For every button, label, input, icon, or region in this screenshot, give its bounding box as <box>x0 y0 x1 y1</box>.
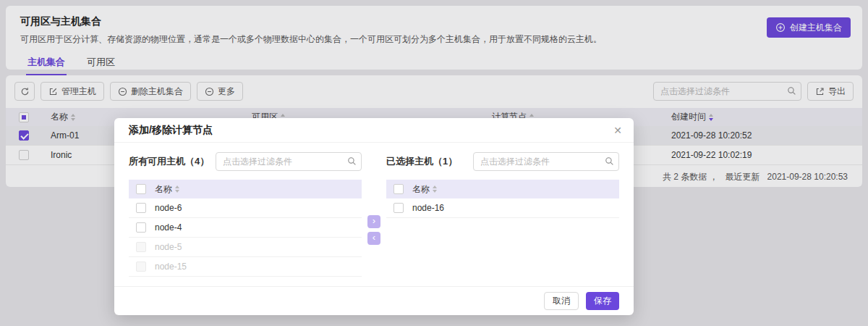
move-right-button[interactable]: › <box>367 215 380 228</box>
modal-header: 添加/移除计算节点 ✕ <box>114 118 634 143</box>
select-all-checkbox[interactable] <box>136 184 146 194</box>
list-item-disabled: node-5 <box>129 238 362 257</box>
list-item[interactable]: node-4 <box>129 218 362 238</box>
close-icon[interactable]: ✕ <box>613 125 622 135</box>
selected-hosts-label: 已选择主机（1） <box>386 155 457 168</box>
chevron-right-icon: › <box>373 215 375 227</box>
sort-icon <box>175 185 179 193</box>
item-name: node-15 <box>155 262 187 272</box>
item-name: node-6 <box>155 203 182 213</box>
list-item[interactable]: node-6 <box>129 198 362 218</box>
item-name: node-16 <box>412 203 444 213</box>
sort-icon <box>433 185 437 193</box>
select-all-checkbox[interactable] <box>393 184 404 194</box>
item-checkbox[interactable] <box>136 222 146 233</box>
item-checkbox <box>136 262 146 272</box>
move-left-button[interactable]: ‹ <box>367 232 380 245</box>
available-filter-input[interactable] <box>216 152 362 171</box>
item-name: node-5 <box>155 242 182 252</box>
column-header-name[interactable]: 名称 <box>412 183 437 196</box>
list-item-disabled: node-15 <box>129 257 362 277</box>
item-checkbox <box>136 242 146 252</box>
selected-filter-box <box>473 152 619 171</box>
list-item[interactable]: node-16 <box>386 198 619 218</box>
selected-hosts-panel: 已选择主机（1） 名称 node-16 <box>386 152 619 286</box>
cancel-button[interactable]: 取消 <box>544 292 579 310</box>
selected-list-header: 名称 <box>386 180 619 198</box>
save-button[interactable]: 保存 <box>586 292 619 310</box>
item-checkbox[interactable] <box>393 203 404 213</box>
item-checkbox[interactable] <box>136 203 146 213</box>
add-remove-nodes-modal: 添加/移除计算节点 ✕ 所有可用主机（4） 名称 <box>114 118 634 315</box>
modal-body: 所有可用主机（4） 名称 node-6 <box>114 143 634 286</box>
modal-footer: 取消 保存 <box>114 286 634 315</box>
transfer-controls: › ‹ <box>367 215 380 245</box>
available-list-header: 名称 <box>129 180 362 198</box>
search-icon <box>605 156 614 166</box>
available-filter-box <box>216 152 362 171</box>
column-header-name[interactable]: 名称 <box>155 183 179 196</box>
available-hosts-panel: 所有可用主机（4） 名称 node-6 <box>129 152 362 286</box>
search-icon <box>347 156 357 166</box>
selected-filter-input[interactable] <box>473 152 619 171</box>
chevron-left-icon: ‹ <box>373 232 375 243</box>
modal-title: 添加/移除计算节点 <box>129 124 213 137</box>
available-hosts-label: 所有可用主机（4） <box>129 155 209 168</box>
item-name: node-4 <box>155 222 182 233</box>
